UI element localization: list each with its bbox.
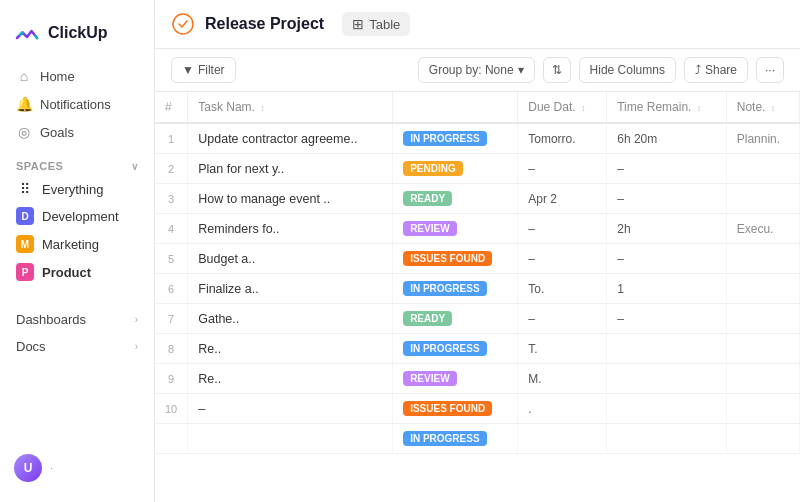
table-view-label: Table (369, 17, 400, 32)
table-view-tab[interactable]: ⊞ Table (342, 12, 410, 36)
table-row[interactable]: 7Gathe..READY–– (155, 304, 800, 334)
row-status: READY (393, 184, 518, 214)
group-by-button[interactable]: Group by: None ▾ (418, 57, 535, 83)
table-row[interactable]: IN PROGRESS (155, 424, 800, 454)
more-button[interactable]: ··· (756, 57, 784, 83)
task-name-sort-icon: ↕ (260, 103, 265, 113)
toolbar: ▼ Filter Group by: None ▾ ⇅ Hide Columns… (155, 49, 800, 92)
clickup-logo-icon (14, 20, 40, 46)
sidebar-item-notifications[interactable]: 🔔 Notifications (8, 90, 146, 118)
sidebar-item-everything[interactable]: ⠿ Everything (8, 176, 146, 202)
project-icon (171, 12, 195, 36)
everything-icon: ⠿ (20, 181, 30, 197)
status-badge: PENDING (403, 161, 463, 176)
row-num: 2 (155, 154, 188, 184)
status-badge: IN PROGRESS (403, 431, 486, 446)
row-note (726, 184, 799, 214)
row-status: IN PROGRESS (393, 334, 518, 364)
table-row[interactable]: 5Budget a..ISSUES FOUND–– (155, 244, 800, 274)
row-due-date: T. (518, 334, 607, 364)
col-time-remaining[interactable]: Time Remain. ↕ (607, 92, 727, 123)
col-task-name[interactable]: Task Nam. ↕ (188, 92, 393, 123)
table-row[interactable]: 4Reminders fo..REVIEW–2hExecu. (155, 214, 800, 244)
row-time-remaining: – (607, 244, 727, 274)
row-time-remaining: 2h (607, 214, 727, 244)
group-by-label: Group by: None (429, 63, 514, 77)
table-row[interactable]: 2Plan for next y..PENDING–– (155, 154, 800, 184)
col-notes[interactable]: Note. ↕ (726, 92, 799, 123)
dashboards-chevron: › (135, 314, 138, 325)
row-task-name: How to manage event .. (188, 184, 393, 214)
sidebar-item-goals[interactable]: ◎ Goals (8, 118, 146, 146)
table-row[interactable]: 6Finalize a..IN PROGRESSTo.1 (155, 274, 800, 304)
sidebar-item-marketing-label: Marketing (42, 237, 99, 252)
row-num: 4 (155, 214, 188, 244)
sidebar-item-home-label: Home (40, 69, 75, 84)
sidebar-item-product-label: Product (42, 265, 91, 280)
row-note (726, 364, 799, 394)
row-time-remaining (607, 364, 727, 394)
sidebar-item-everything-label: Everything (42, 182, 103, 197)
row-due-date: – (518, 304, 607, 334)
main-header: Release Project ⊞ Table (155, 0, 800, 49)
row-status: IN PROGRESS (393, 424, 518, 454)
row-num: 8 (155, 334, 188, 364)
row-note (726, 394, 799, 424)
spaces-section: Spaces ∨ ⠿ Everything D Development M Ma… (0, 146, 154, 290)
sidebar-item-dashboards[interactable]: Dashboards › (8, 306, 146, 333)
sidebar-item-home[interactable]: ⌂ Home (8, 62, 146, 90)
avatar[interactable]: U (14, 454, 42, 482)
sidebar-item-product[interactable]: P Product (8, 258, 146, 286)
col-num: # (155, 92, 188, 123)
sort-icon: ⇅ (552, 63, 562, 77)
row-task-name: Gathe.. (188, 304, 393, 334)
sidebar-bottom: Dashboards › Docs › (0, 300, 154, 366)
dashboards-label: Dashboards (16, 312, 86, 327)
sidebar-item-development[interactable]: D Development (8, 202, 146, 230)
row-due-date: – (518, 154, 607, 184)
table-body: 1Update contractor agreeme..IN PROGRESST… (155, 123, 800, 454)
table-row[interactable]: 8Re..IN PROGRESST. (155, 334, 800, 364)
filter-label: Filter (198, 63, 225, 77)
row-due-date (518, 424, 607, 454)
product-dot: P (16, 263, 34, 281)
row-status: IN PROGRESS (393, 123, 518, 154)
sidebar-item-docs[interactable]: Docs › (8, 333, 146, 360)
bell-icon: 🔔 (16, 96, 32, 112)
development-dot: D (16, 207, 34, 225)
hide-columns-button[interactable]: Hide Columns (579, 57, 676, 83)
row-status: ISSUES FOUND (393, 244, 518, 274)
sidebar-item-notifications-label: Notifications (40, 97, 111, 112)
filter-button[interactable]: ▼ Filter (171, 57, 236, 83)
table-row[interactable]: 10–ISSUES FOUND. (155, 394, 800, 424)
sidebar-nav: ⌂ Home 🔔 Notifications ◎ Goals (0, 62, 154, 146)
table-row[interactable]: 1Update contractor agreeme..IN PROGRESST… (155, 123, 800, 154)
sidebar-item-development-label: Development (42, 209, 119, 224)
row-num: 9 (155, 364, 188, 394)
row-task-name: Re.. (188, 334, 393, 364)
row-note (726, 304, 799, 334)
row-time-remaining: 6h 20m (607, 123, 727, 154)
user-label: · (50, 462, 53, 474)
row-due-date: . (518, 394, 607, 424)
sort-button[interactable]: ⇅ (543, 57, 571, 83)
row-due-date: M. (518, 364, 607, 394)
table-row[interactable]: 3How to manage event ..READYApr 2– (155, 184, 800, 214)
svg-point-0 (173, 14, 193, 34)
status-badge: IN PROGRESS (403, 341, 486, 356)
app-name: ClickUp (48, 24, 108, 42)
sidebar-footer: U · (0, 446, 154, 490)
row-num: 1 (155, 123, 188, 154)
task-table-container: # Task Nam. ↕ Due Dat. ↕ Time Remain. ↕ (155, 92, 800, 502)
row-note (726, 334, 799, 364)
sidebar-item-marketing[interactable]: M Marketing (8, 230, 146, 258)
spaces-chevron[interactable]: ∨ (131, 161, 139, 172)
spaces-label: Spaces (16, 160, 63, 172)
status-badge: READY (403, 311, 452, 326)
share-button[interactable]: ⤴ Share (684, 57, 748, 83)
row-due-date: Apr 2 (518, 184, 607, 214)
row-task-name: Update contractor agreeme.. (188, 123, 393, 154)
home-icon: ⌂ (16, 68, 32, 84)
col-due-date[interactable]: Due Dat. ↕ (518, 92, 607, 123)
table-row[interactable]: 9Re..REVIEWM. (155, 364, 800, 394)
